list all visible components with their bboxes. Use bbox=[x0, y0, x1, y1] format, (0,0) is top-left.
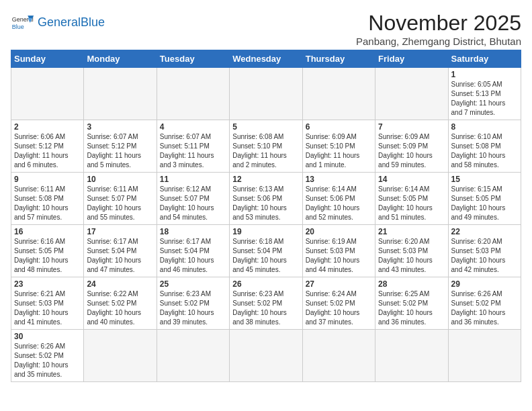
day-info: Sunrise: 6:14 AM Sunset: 5:05 PM Dayligh… bbox=[378, 185, 445, 222]
calendar-cell bbox=[230, 330, 302, 382]
calendar-cell: 11Sunrise: 6:12 AM Sunset: 5:07 PM Dayli… bbox=[157, 173, 229, 225]
day-number: 24 bbox=[87, 279, 153, 289]
day-number: 1 bbox=[451, 70, 518, 79]
calendar-cell: 29Sunrise: 6:26 AM Sunset: 5:02 PM Dayli… bbox=[448, 277, 521, 330]
calendar-cell bbox=[157, 330, 229, 382]
calendar-cell bbox=[302, 68, 375, 120]
day-number: 28 bbox=[378, 279, 445, 289]
day-number: 10 bbox=[87, 175, 153, 184]
calendar-cell: 30Sunrise: 6:26 AM Sunset: 5:02 PM Dayli… bbox=[11, 330, 84, 382]
day-info: Sunrise: 6:08 AM Sunset: 5:10 PM Dayligh… bbox=[232, 132, 299, 170]
calendar-cell: 8Sunrise: 6:10 AM Sunset: 5:08 PM Daylig… bbox=[448, 120, 521, 173]
calendar-cell: 25Sunrise: 6:23 AM Sunset: 5:02 PM Dayli… bbox=[157, 277, 229, 330]
calendar-cell: 22Sunrise: 6:20 AM Sunset: 5:03 PM Dayli… bbox=[448, 225, 521, 277]
day-number: 19 bbox=[232, 227, 299, 236]
day-number: 22 bbox=[451, 227, 518, 236]
column-header-saturday: Saturday bbox=[448, 50, 521, 68]
calendar-cell bbox=[84, 330, 157, 382]
calendar-cell: 20Sunrise: 6:19 AM Sunset: 5:03 PM Dayli… bbox=[302, 225, 375, 277]
calendar-cell: 9Sunrise: 6:11 AM Sunset: 5:08 PM Daylig… bbox=[11, 173, 84, 225]
day-info: Sunrise: 6:26 AM Sunset: 5:02 PM Dayligh… bbox=[14, 342, 81, 379]
calendar-week-row: 9Sunrise: 6:11 AM Sunset: 5:08 PM Daylig… bbox=[11, 173, 521, 225]
day-info: Sunrise: 6:07 AM Sunset: 5:11 PM Dayligh… bbox=[160, 132, 226, 170]
calendar-table: SundayMondayTuesdayWednesdayThursdayFrid… bbox=[11, 50, 521, 382]
day-info: Sunrise: 6:23 AM Sunset: 5:02 PM Dayligh… bbox=[160, 289, 226, 327]
calendar-cell: 28Sunrise: 6:25 AM Sunset: 5:02 PM Dayli… bbox=[375, 277, 448, 330]
page-header: General Blue GeneralBlue November 2025 P… bbox=[11, 11, 521, 47]
calendar-cell: 18Sunrise: 6:17 AM Sunset: 5:04 PM Dayli… bbox=[157, 225, 229, 277]
day-number: 16 bbox=[14, 227, 81, 236]
calendar-cell bbox=[157, 68, 229, 120]
day-info: Sunrise: 6:11 AM Sunset: 5:07 PM Dayligh… bbox=[87, 185, 153, 222]
column-header-thursday: Thursday bbox=[302, 50, 375, 68]
calendar-cell bbox=[230, 68, 302, 120]
day-info: Sunrise: 6:12 AM Sunset: 5:07 PM Dayligh… bbox=[160, 185, 226, 222]
calendar-week-row: 16Sunrise: 6:16 AM Sunset: 5:05 PM Dayli… bbox=[11, 225, 521, 277]
day-number: 15 bbox=[451, 175, 518, 184]
day-info: Sunrise: 6:07 AM Sunset: 5:12 PM Dayligh… bbox=[87, 132, 153, 170]
calendar-cell: 26Sunrise: 6:23 AM Sunset: 5:02 PM Dayli… bbox=[230, 277, 302, 330]
day-number: 18 bbox=[160, 227, 226, 236]
day-number: 12 bbox=[232, 175, 299, 184]
day-number: 3 bbox=[87, 122, 153, 132]
column-header-sunday: Sunday bbox=[11, 50, 84, 68]
day-info: Sunrise: 6:14 AM Sunset: 5:06 PM Dayligh… bbox=[306, 185, 372, 222]
column-header-tuesday: Tuesday bbox=[157, 50, 229, 68]
day-number: 29 bbox=[451, 279, 518, 289]
day-number: 5 bbox=[232, 122, 299, 132]
calendar-cell bbox=[302, 330, 375, 382]
day-number: 2 bbox=[14, 122, 81, 132]
calendar-cell bbox=[84, 68, 157, 120]
day-info: Sunrise: 6:09 AM Sunset: 5:10 PM Dayligh… bbox=[306, 132, 372, 170]
calendar-header-row: SundayMondayTuesdayWednesdayThursdayFrid… bbox=[11, 50, 521, 68]
calendar-cell: 13Sunrise: 6:14 AM Sunset: 5:06 PM Dayli… bbox=[302, 173, 375, 225]
calendar-week-row: 2Sunrise: 6:06 AM Sunset: 5:12 PM Daylig… bbox=[11, 120, 521, 173]
column-header-wednesday: Wednesday bbox=[230, 50, 302, 68]
day-info: Sunrise: 6:20 AM Sunset: 5:03 PM Dayligh… bbox=[451, 237, 518, 275]
calendar-cell: 3Sunrise: 6:07 AM Sunset: 5:12 PM Daylig… bbox=[84, 120, 157, 173]
calendar-cell: 5Sunrise: 6:08 AM Sunset: 5:10 PM Daylig… bbox=[230, 120, 302, 173]
calendar-cell bbox=[375, 330, 448, 382]
day-info: Sunrise: 6:18 AM Sunset: 5:04 PM Dayligh… bbox=[232, 237, 299, 275]
column-header-friday: Friday bbox=[375, 50, 448, 68]
calendar-cell: 10Sunrise: 6:11 AM Sunset: 5:07 PM Dayli… bbox=[84, 173, 157, 225]
calendar-cell: 12Sunrise: 6:13 AM Sunset: 5:06 PM Dayli… bbox=[230, 173, 302, 225]
logo-text: GeneralBlue bbox=[38, 16, 105, 30]
month-title: November 2025 bbox=[356, 11, 521, 36]
calendar-cell: 24Sunrise: 6:22 AM Sunset: 5:02 PM Dayli… bbox=[84, 277, 157, 330]
day-number: 26 bbox=[232, 279, 299, 289]
title-block: November 2025 Panbang, Zhemgang District… bbox=[356, 11, 521, 47]
location-subtitle: Panbang, Zhemgang District, Bhutan bbox=[356, 36, 521, 47]
calendar-week-row: 1Sunrise: 6:05 AM Sunset: 5:13 PM Daylig… bbox=[11, 68, 521, 120]
day-number: 11 bbox=[160, 175, 226, 184]
day-number: 17 bbox=[87, 227, 153, 236]
day-number: 8 bbox=[451, 122, 518, 132]
calendar-cell: 6Sunrise: 6:09 AM Sunset: 5:10 PM Daylig… bbox=[302, 120, 375, 173]
calendar-cell: 21Sunrise: 6:20 AM Sunset: 5:03 PM Dayli… bbox=[375, 225, 448, 277]
calendar-cell: 7Sunrise: 6:09 AM Sunset: 5:09 PM Daylig… bbox=[375, 120, 448, 173]
day-info: Sunrise: 6:13 AM Sunset: 5:06 PM Dayligh… bbox=[232, 185, 299, 222]
calendar-cell: 4Sunrise: 6:07 AM Sunset: 5:11 PM Daylig… bbox=[157, 120, 229, 173]
calendar-week-row: 23Sunrise: 6:21 AM Sunset: 5:03 PM Dayli… bbox=[11, 277, 521, 330]
day-number: 9 bbox=[14, 175, 81, 184]
logo-blue: Blue bbox=[81, 15, 105, 29]
day-info: Sunrise: 6:19 AM Sunset: 5:03 PM Dayligh… bbox=[306, 237, 372, 275]
day-number: 20 bbox=[306, 227, 372, 236]
calendar-cell: 2Sunrise: 6:06 AM Sunset: 5:12 PM Daylig… bbox=[11, 120, 84, 173]
day-info: Sunrise: 6:10 AM Sunset: 5:08 PM Dayligh… bbox=[451, 132, 518, 170]
column-header-monday: Monday bbox=[84, 50, 157, 68]
day-info: Sunrise: 6:09 AM Sunset: 5:09 PM Dayligh… bbox=[378, 132, 445, 170]
day-info: Sunrise: 6:26 AM Sunset: 5:02 PM Dayligh… bbox=[451, 289, 518, 327]
calendar-cell: 19Sunrise: 6:18 AM Sunset: 5:04 PM Dayli… bbox=[230, 225, 302, 277]
day-info: Sunrise: 6:06 AM Sunset: 5:12 PM Dayligh… bbox=[14, 132, 81, 170]
day-number: 13 bbox=[306, 175, 372, 184]
day-info: Sunrise: 6:11 AM Sunset: 5:08 PM Dayligh… bbox=[14, 185, 81, 222]
day-number: 4 bbox=[160, 122, 226, 132]
day-number: 27 bbox=[306, 279, 372, 289]
calendar-cell: 15Sunrise: 6:15 AM Sunset: 5:05 PM Dayli… bbox=[448, 173, 521, 225]
calendar-cell: 1Sunrise: 6:05 AM Sunset: 5:13 PM Daylig… bbox=[448, 68, 521, 120]
day-number: 14 bbox=[378, 175, 445, 184]
day-info: Sunrise: 6:20 AM Sunset: 5:03 PM Dayligh… bbox=[378, 237, 445, 275]
day-info: Sunrise: 6:25 AM Sunset: 5:02 PM Dayligh… bbox=[378, 289, 445, 327]
day-info: Sunrise: 6:16 AM Sunset: 5:05 PM Dayligh… bbox=[14, 237, 81, 275]
